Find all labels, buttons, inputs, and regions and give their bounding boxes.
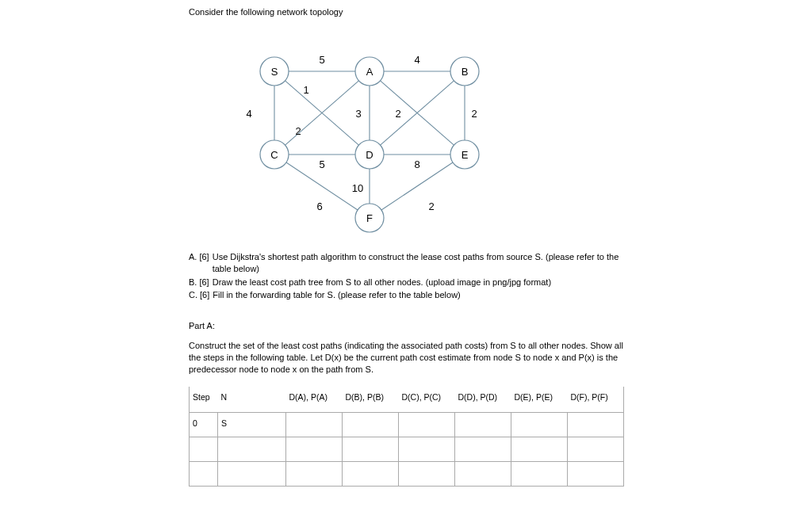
table-row — [190, 437, 624, 461]
table-cell — [399, 437, 455, 461]
svg-text:4: 4 — [246, 107, 251, 119]
svg-text:3: 3 — [355, 107, 361, 119]
th-de: D(E), P(E) — [511, 387, 568, 413]
table-header-row: Step N D(A), P(A) D(B), P(B) D(C), P(C) … — [190, 387, 624, 413]
svg-text:6: 6 — [316, 200, 322, 212]
question-c-text: Fill in the forwarding table for S. (ple… — [213, 289, 623, 301]
table-cell — [455, 412, 511, 437]
graph-node-D: D — [355, 140, 384, 169]
question-b: B. [6] Draw the least cost path tree fro… — [189, 277, 623, 288]
table-cell: S — [218, 412, 286, 437]
svg-text:2: 2 — [428, 200, 434, 212]
svg-text:10: 10 — [352, 181, 363, 193]
table-cell — [218, 461, 286, 486]
table-cell — [218, 437, 286, 461]
graph-node-F: F — [355, 204, 384, 232]
graph-node-C: C — [260, 140, 289, 169]
table-cell — [568, 437, 624, 461]
page-heading: Consider the following network topology — [189, 6, 623, 18]
table-cell — [343, 437, 399, 461]
network-topology-graph: 54413222581062SABCDEF — [219, 28, 504, 234]
table-cell — [399, 412, 455, 437]
th-da: D(A), P(A) — [286, 387, 343, 413]
table-cell — [511, 437, 568, 461]
graph-node-B: B — [450, 57, 479, 86]
table-cell — [286, 412, 343, 437]
table-cell — [455, 437, 511, 461]
th-df: D(F), P(F) — [568, 387, 624, 413]
question-a-label: A. [6] — [189, 251, 209, 275]
svg-text:2: 2 — [295, 124, 301, 136]
table-row: 0S — [190, 412, 624, 437]
table-cell — [286, 461, 343, 486]
question-c-label: C. [6] — [189, 289, 209, 301]
table-cell — [399, 461, 455, 486]
svg-text:B: B — [462, 65, 469, 77]
th-db: D(B), P(B) — [343, 387, 399, 413]
part-a-title: Part A: — [189, 320, 623, 332]
th-step: Step — [190, 387, 218, 413]
svg-text:F: F — [366, 212, 373, 223]
graph-node-S: S — [260, 57, 289, 86]
th-dd: D(D), P(D) — [455, 387, 511, 413]
svg-text:8: 8 — [414, 158, 419, 170]
table-cell: 0 — [190, 412, 218, 437]
table-cell — [568, 412, 624, 437]
svg-text:5: 5 — [319, 158, 324, 170]
svg-text:4: 4 — [414, 53, 419, 65]
svg-text:5: 5 — [319, 53, 324, 65]
svg-text:E: E — [462, 148, 469, 160]
table-cell — [568, 461, 624, 486]
svg-text:D: D — [366, 148, 373, 160]
svg-text:A: A — [366, 65, 373, 77]
table-cell — [455, 461, 511, 486]
th-dc: D(C), P(C) — [399, 387, 455, 413]
part-a-text: Construct the set of the least cost path… — [189, 340, 623, 376]
svg-text:S: S — [271, 65, 278, 77]
table-cell — [511, 412, 568, 437]
table-cell — [190, 461, 218, 486]
table-cell — [286, 437, 343, 461]
table-row — [190, 461, 624, 486]
th-n: N — [218, 387, 286, 413]
table-cell — [343, 461, 399, 486]
question-a-text: Use Dijkstra's shortest path algorithm t… — [213, 251, 623, 275]
question-list: A. [6] Use Dijkstra's shortest path algo… — [189, 251, 623, 301]
question-a: A. [6] Use Dijkstra's shortest path algo… — [189, 251, 623, 275]
question-c: C. [6] Fill in the forwarding table for … — [189, 289, 623, 301]
svg-text:2: 2 — [471, 107, 477, 119]
svg-text:2: 2 — [395, 107, 400, 119]
dijkstra-table: Step N D(A), P(A) D(B), P(B) D(C), P(C) … — [189, 387, 624, 487]
svg-text:C: C — [270, 148, 278, 160]
question-b-text: Draw the least cost path tree from S to … — [213, 277, 623, 288]
table-cell — [511, 461, 568, 486]
graph-node-E: E — [450, 140, 479, 169]
graph-node-A: A — [355, 57, 384, 86]
table-cell — [190, 437, 218, 461]
table-cell — [343, 412, 399, 437]
question-b-label: B. [6] — [189, 277, 209, 288]
svg-text:1: 1 — [303, 83, 308, 95]
